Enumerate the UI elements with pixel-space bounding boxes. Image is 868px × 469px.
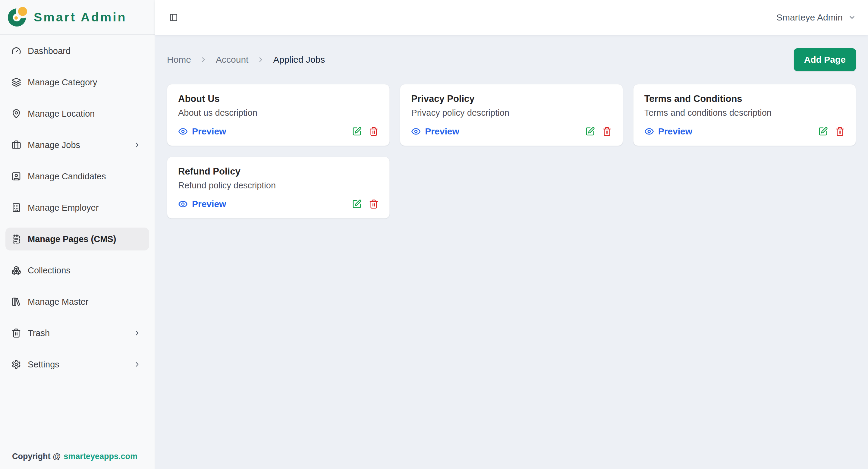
delete-button[interactable] bbox=[602, 127, 612, 136]
edit-button[interactable] bbox=[818, 127, 828, 136]
card-description: Privacy policy description bbox=[411, 108, 612, 118]
sidebar-item[interactable]: Manage Jobs bbox=[5, 133, 149, 156]
sidebar-item-icon bbox=[11, 77, 21, 87]
sidebar-item-label: Manage Master bbox=[28, 297, 126, 307]
edit-icon bbox=[352, 127, 362, 136]
page-card: Refund Policy Refund policy description … bbox=[167, 157, 390, 219]
brand-logo: Smart Admin bbox=[0, 0, 155, 35]
brand-name: Smart Admin bbox=[34, 10, 127, 24]
breadcrumb-item[interactable]: Account bbox=[216, 55, 248, 65]
breadcrumb: Home Account Applied Jobs bbox=[167, 55, 325, 65]
chevron-right-icon bbox=[199, 56, 207, 64]
page-head: Home Account Applied Jobs Add Page bbox=[155, 35, 868, 71]
preview-label: Preview bbox=[425, 126, 459, 136]
sidebar-item-label: Settings bbox=[28, 359, 126, 370]
card-actions: Preview bbox=[178, 199, 378, 209]
sidebar-item[interactable]: Trash bbox=[5, 322, 149, 345]
preview-link[interactable]: Preview bbox=[178, 126, 226, 136]
main-area: Home Account Applied Jobs Add Page About… bbox=[155, 35, 868, 469]
sidebar-item-label: Dashboard bbox=[28, 46, 126, 56]
chevron-right-icon bbox=[257, 56, 265, 64]
trash-icon bbox=[369, 199, 378, 209]
card-title: About Us bbox=[178, 93, 378, 104]
edit-icon bbox=[585, 127, 595, 136]
sidebar-item-label: Manage Employer bbox=[28, 203, 126, 213]
edit-icon bbox=[818, 127, 828, 136]
sidebar-toggle-button[interactable] bbox=[167, 11, 180, 24]
preview-label: Preview bbox=[192, 126, 226, 136]
sidebar-item-icon bbox=[11, 265, 21, 275]
page-card: Privacy Policy Privacy policy descriptio… bbox=[400, 84, 623, 146]
chevron-right-icon bbox=[132, 141, 142, 149]
sidebar-item[interactable]: Manage Pages (CMS) bbox=[5, 227, 149, 250]
card-tools bbox=[352, 127, 378, 136]
sidebar-item-icon bbox=[11, 109, 21, 119]
sidebar-item[interactable]: Manage Candidates bbox=[5, 165, 149, 188]
preview-label: Preview bbox=[658, 126, 692, 136]
sidebar-item-label: Manage Location bbox=[28, 109, 126, 119]
sidebar-footer: Copyright @ smarteyeapps.com bbox=[0, 444, 155, 469]
edit-button[interactable] bbox=[352, 199, 362, 209]
card-description: Refund policy description bbox=[178, 181, 378, 190]
sidebar-item-label: Manage Jobs bbox=[28, 140, 126, 150]
card-description: Terms and conditions description bbox=[644, 108, 845, 118]
chevron-right-icon bbox=[132, 361, 142, 368]
account-menu[interactable]: Smarteye Admin bbox=[776, 12, 856, 23]
sidebar-item[interactable]: Manage Location bbox=[5, 102, 149, 125]
logo-orange-dot-small bbox=[14, 16, 18, 20]
preview-link[interactable]: Preview bbox=[178, 199, 226, 209]
panel-left-icon bbox=[169, 13, 178, 22]
sidebar-item-icon bbox=[11, 297, 21, 307]
sidebar-item-label: Trash bbox=[28, 328, 126, 338]
card-description: About us description bbox=[178, 108, 378, 118]
page-cards-grid: About Us About us description Preview bbox=[167, 84, 856, 219]
sidebar-item[interactable]: Settings bbox=[5, 353, 149, 376]
logo-orange-dot-large bbox=[18, 7, 27, 16]
add-page-button[interactable]: Add Page bbox=[794, 48, 856, 71]
card-title: Privacy Policy bbox=[411, 93, 612, 104]
edit-button[interactable] bbox=[352, 127, 362, 136]
sidebar-item-icon bbox=[11, 46, 21, 56]
trash-icon bbox=[602, 127, 612, 136]
preview-label: Preview bbox=[192, 199, 226, 209]
page-card: Terms and Conditions Terms and condition… bbox=[633, 84, 856, 146]
card-tools bbox=[818, 127, 845, 136]
edit-button[interactable] bbox=[585, 127, 595, 136]
card-actions: Preview bbox=[411, 126, 612, 136]
sidebar-item-label: Manage Category bbox=[28, 77, 126, 87]
eye-icon bbox=[178, 199, 188, 209]
breadcrumb-item[interactable]: Applied Jobs bbox=[273, 55, 325, 65]
top-header: Smarteye Admin bbox=[155, 0, 868, 35]
sidebar-item[interactable]: Collections bbox=[5, 259, 149, 282]
chevron-right-icon bbox=[132, 329, 142, 337]
delete-button[interactable] bbox=[835, 127, 845, 136]
card-title: Refund Policy bbox=[178, 166, 378, 177]
eye-icon bbox=[644, 127, 654, 136]
sidebar-item-label: Manage Candidates bbox=[28, 171, 126, 182]
delete-button[interactable] bbox=[369, 127, 378, 136]
sidebar-item-label: Manage Pages (CMS) bbox=[28, 234, 126, 244]
delete-button[interactable] bbox=[369, 199, 378, 209]
account-name: Smarteye Admin bbox=[776, 12, 843, 23]
sidebar-item-icon bbox=[11, 234, 21, 244]
copyright-text: Copyright @ bbox=[12, 452, 61, 461]
preview-link[interactable]: Preview bbox=[411, 126, 459, 136]
copyright-link[interactable]: smarteyeapps.com bbox=[64, 452, 137, 461]
preview-link[interactable]: Preview bbox=[644, 126, 692, 136]
sidebar-item-label: Collections bbox=[28, 265, 126, 276]
eye-icon bbox=[411, 127, 421, 136]
card-tools bbox=[352, 199, 378, 209]
content-column: Smarteye Admin Home Account Applied Jobs… bbox=[155, 0, 868, 469]
sidebar-item-icon bbox=[11, 328, 21, 338]
sidebar-item-icon bbox=[11, 203, 21, 213]
sidebar-item[interactable]: Manage Master bbox=[5, 290, 149, 313]
breadcrumb-item[interactable]: Home bbox=[167, 55, 191, 65]
sidebar-item-icon bbox=[11, 359, 21, 369]
card-tools bbox=[585, 127, 612, 136]
trash-icon bbox=[369, 127, 378, 136]
sidebar-item[interactable]: Manage Category bbox=[5, 71, 149, 94]
sidebar-item[interactable]: Dashboard bbox=[5, 39, 149, 62]
sidebar-item[interactable]: Manage Employer bbox=[5, 196, 149, 219]
sidebar-nav: Dashboard Manage Category Mana bbox=[0, 35, 155, 444]
chevron-down-icon bbox=[848, 13, 856, 22]
